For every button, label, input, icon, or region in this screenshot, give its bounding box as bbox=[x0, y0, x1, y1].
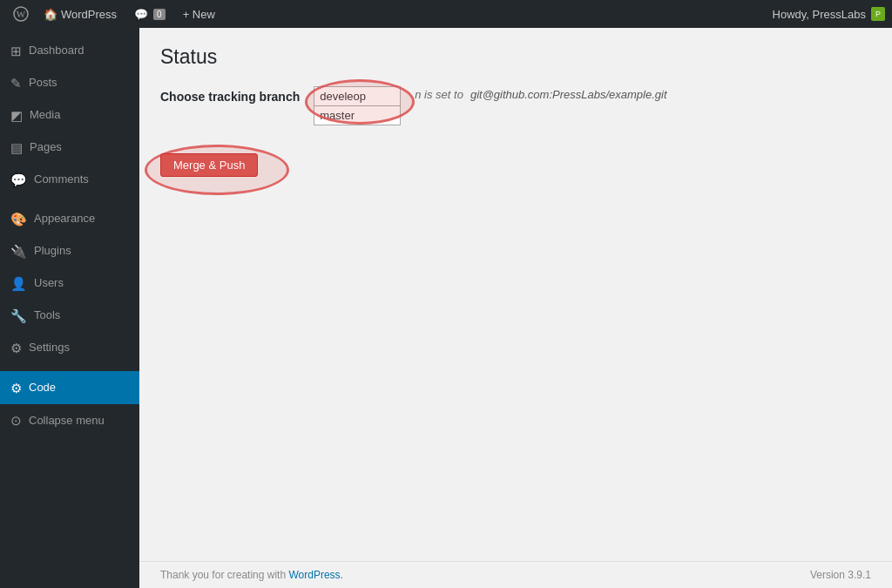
status-prefix: n is set to bbox=[415, 88, 463, 101]
appearance-icon: 🎨 bbox=[10, 210, 27, 228]
users-icon: 👤 bbox=[10, 274, 27, 293]
tracking-row: Choose tracking branch develeop master m… bbox=[160, 86, 871, 125]
sidebar-label-posts: Posts bbox=[29, 75, 57, 91]
sidebar-item-plugins[interactable]: 🔌 Plugins bbox=[0, 235, 139, 267]
pages-icon: ▤ bbox=[10, 139, 23, 157]
master-option[interactable]: master bbox=[314, 106, 401, 125]
main-content: Status Choose tracking branch develeop m… bbox=[139, 28, 892, 588]
status-text-area: n is set to git@github.com:PressLabs/exa… bbox=[415, 86, 666, 101]
sidebar-item-appearance[interactable]: 🎨 Appearance bbox=[0, 203, 139, 235]
new-label: + New bbox=[183, 8, 215, 21]
sidebar-item-pages[interactable]: ▤ Pages bbox=[0, 132, 139, 164]
sidebar-label-pages: Pages bbox=[30, 139, 62, 155]
howdy-text: Howdy, PressLabs bbox=[773, 8, 866, 21]
adminbar-site[interactable]: 🏠 WordPress bbox=[35, 0, 125, 28]
site-name: WordPress bbox=[61, 8, 117, 21]
sidebar-label-settings: Settings bbox=[29, 340, 70, 355]
sidebar-item-dashboard[interactable]: ⊞ Dashboard bbox=[0, 35, 139, 67]
sidebar-label-users: Users bbox=[34, 275, 64, 291]
sidebar-label-collapse: Collapse menu bbox=[29, 413, 105, 429]
merge-push-button[interactable]: Merge & Push bbox=[160, 153, 258, 177]
footer-version: Version 3.9.1 bbox=[810, 569, 871, 581]
sidebar-item-tools[interactable]: 🔧 Tools bbox=[0, 300, 139, 332]
branch-dropdown-wrapper: develeop master bbox=[314, 86, 401, 106]
sidebar-label-comments: Comments bbox=[34, 172, 89, 187]
avatar: P bbox=[871, 7, 885, 21]
settings-icon: ⚙ bbox=[10, 339, 22, 357]
admin-bar: W 🏠 WordPress 💬 0 + New Howdy, PressLabs… bbox=[0, 0, 892, 28]
svg-text:W: W bbox=[17, 9, 26, 19]
sidebar-label-code: Code bbox=[29, 380, 56, 395]
sidebar-label-media: Media bbox=[30, 107, 60, 123]
sidebar: ⊞ Dashboard ✎ Posts ◩ Media ▤ Pages 💬 Co… bbox=[0, 28, 139, 588]
comments-nav-icon: 💬 bbox=[10, 171, 27, 189]
adminbar-new[interactable]: + New bbox=[174, 0, 224, 28]
home-icon: 🏠 bbox=[44, 8, 57, 21]
comments-icon: 💬 bbox=[134, 8, 148, 21]
wp-logo[interactable]: W bbox=[7, 0, 35, 28]
footer-text: Thank you for creating with WordPress. bbox=[160, 569, 343, 581]
adminbar-howdy[interactable]: Howdy, PressLabs P bbox=[773, 7, 885, 21]
collapse-icon: ⊙ bbox=[10, 411, 22, 429]
footer-wp-link[interactable]: WordPress. bbox=[288, 569, 342, 581]
branch-select-wrapper[interactable]: develeop master bbox=[314, 86, 401, 106]
dashboard-icon: ⊞ bbox=[10, 42, 22, 60]
merge-push-wrapper: Merge & Push bbox=[160, 153, 258, 177]
posts-icon: ✎ bbox=[10, 74, 22, 92]
tools-icon: 🔧 bbox=[10, 307, 27, 325]
media-icon: ◩ bbox=[10, 106, 23, 125]
sidebar-label-appearance: Appearance bbox=[34, 211, 95, 226]
code-icon: ⚙ bbox=[10, 379, 22, 397]
adminbar-comments[interactable]: 💬 0 bbox=[125, 0, 174, 28]
sidebar-item-collapse[interactable]: ⊙ Collapse menu bbox=[0, 404, 139, 436]
git-url: git@github.com:PressLabs/example.git bbox=[470, 88, 667, 101]
sidebar-item-settings[interactable]: ⚙ Settings bbox=[0, 332, 139, 364]
page-title: Status bbox=[160, 45, 871, 69]
footer: Thank you for creating with WordPress. V… bbox=[139, 561, 892, 588]
plugins-icon: 🔌 bbox=[10, 242, 27, 260]
sidebar-label-tools: Tools bbox=[34, 308, 60, 323]
sidebar-label-dashboard: Dashboard bbox=[29, 43, 84, 58]
branch-select[interactable]: develeop master bbox=[314, 86, 401, 106]
sidebar-item-posts[interactable]: ✎ Posts bbox=[0, 67, 139, 99]
tracking-label: Choose tracking branch bbox=[160, 86, 300, 104]
sidebar-item-code[interactable]: ⚙ Code ◀ bbox=[0, 371, 139, 404]
sidebar-item-comments[interactable]: 💬 Comments bbox=[0, 164, 139, 196]
comments-count: 0 bbox=[153, 9, 166, 20]
sidebar-label-plugins: Plugins bbox=[34, 243, 71, 259]
footer-thank-you: Thank you for creating with bbox=[160, 569, 286, 581]
sidebar-arrow: ◀ bbox=[118, 378, 129, 397]
sidebar-item-users[interactable]: 👤 Users bbox=[0, 267, 139, 300]
adminbar-right: Howdy, PressLabs P bbox=[773, 7, 885, 21]
sidebar-item-media[interactable]: ◩ Media bbox=[0, 99, 139, 132]
